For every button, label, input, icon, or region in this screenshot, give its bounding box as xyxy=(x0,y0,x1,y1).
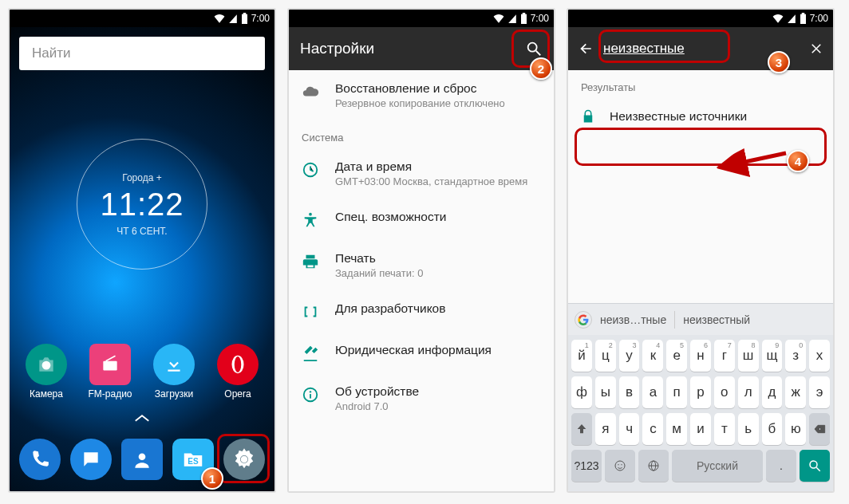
settings-row-accessibility[interactable]: Спец. возможности xyxy=(289,199,554,240)
key-м[interactable]: м xyxy=(666,413,687,445)
result-unknown-sources[interactable]: Неизвестные источники xyxy=(568,100,833,133)
developer-icon xyxy=(302,303,319,321)
suggestion-2[interactable]: неизвестный xyxy=(683,313,750,326)
google-icon[interactable] xyxy=(575,311,592,329)
screen-settings: 7:00 Настройки Восстановление и сбросРез… xyxy=(287,8,555,493)
key-к[interactable]: к4 xyxy=(642,340,663,372)
key-language[interactable] xyxy=(638,450,669,482)
dock: ES xyxy=(10,439,274,480)
settings-row-developer[interactable]: Для разработчиков xyxy=(289,290,554,332)
key-щ[interactable]: щ9 xyxy=(762,340,783,372)
status-bar: 7:00 xyxy=(289,10,554,27)
settings-row-datetime[interactable]: Дата и времяGMT+03:00 Москва, стандартно… xyxy=(289,148,554,199)
row-title: Дата и время xyxy=(335,159,541,174)
dock-messages[interactable] xyxy=(70,439,112,480)
key-й[interactable]: й1 xyxy=(571,340,592,372)
row-title: Восстановление и сброс xyxy=(335,81,541,96)
key-.[interactable]: . xyxy=(766,450,796,482)
key-ь[interactable]: ь xyxy=(738,413,759,445)
app-opera[interactable]: Opera xyxy=(208,344,267,400)
key-ч[interactable]: ч xyxy=(619,413,640,445)
svg-point-11 xyxy=(309,213,312,216)
app-label: Загрузки xyxy=(155,388,193,400)
settings-row-legal[interactable]: Юридическая информация xyxy=(289,332,554,373)
key-е[interactable]: е5 xyxy=(666,340,687,372)
row-title: Спец. возможности xyxy=(335,210,541,224)
app-drawer-handle[interactable] xyxy=(133,413,151,423)
settings-row-about[interactable]: Об устройствеAndroid 7.0 xyxy=(289,373,554,423)
back-icon[interactable] xyxy=(578,41,594,57)
app-fmradio[interactable]: FM-радио xyxy=(81,344,140,400)
key-у[interactable]: у3 xyxy=(619,340,640,372)
step-badge-3: 3 xyxy=(768,51,790,73)
results-header: Результаты xyxy=(568,70,833,100)
svg-line-2 xyxy=(106,356,116,361)
key-г[interactable]: г7 xyxy=(714,340,735,372)
key-б[interactable]: б xyxy=(762,413,783,445)
key-space[interactable]: Русский xyxy=(672,450,763,482)
key-л[interactable]: л xyxy=(738,376,759,408)
row-subtitle: GMT+03:00 Москва, стандартное время xyxy=(335,175,541,187)
wifi-icon xyxy=(493,14,504,23)
keyboard: й1ц2у3к4е5н6г7ш8щ9з0х фывапролджэ ячсмит… xyxy=(568,335,833,491)
search-appbar xyxy=(568,27,833,70)
key-а[interactable]: а xyxy=(642,376,663,408)
settings-row-print[interactable]: ПечатьЗаданий печати: 0 xyxy=(289,240,554,290)
app-downloads[interactable]: Загрузки xyxy=(144,344,203,400)
key-д[interactable]: д xyxy=(762,376,783,408)
key-ж[interactable]: ж xyxy=(785,376,806,408)
key-о[interactable]: о xyxy=(714,376,735,408)
section-header-system: Система xyxy=(289,120,554,148)
app-camera[interactable]: Камера xyxy=(17,344,76,400)
cloud-icon xyxy=(302,83,319,100)
svg-point-13 xyxy=(310,391,311,392)
settings-appbar: Настройки xyxy=(289,27,554,70)
key-ц[interactable]: ц2 xyxy=(595,340,616,372)
key-и[interactable]: и xyxy=(690,413,711,445)
step-badge-2: 2 xyxy=(530,57,552,80)
key-з[interactable]: з0 xyxy=(785,340,806,372)
dock-phone[interactable] xyxy=(19,439,61,480)
settings-row-backup[interactable]: Восстановление и сбросРезервное копирова… xyxy=(289,70,554,120)
app-label: Камера xyxy=(30,388,63,400)
svg-text:ES: ES xyxy=(188,457,199,466)
clock-widget[interactable]: Города + 11:22 чт 6 сент. xyxy=(77,139,207,270)
svg-point-21 xyxy=(810,461,817,468)
dock-contacts[interactable] xyxy=(121,439,163,480)
key-н[interactable]: н6 xyxy=(690,340,711,372)
search-icon[interactable] xyxy=(525,40,543,57)
svg-rect-1 xyxy=(103,361,116,371)
key-backspace[interactable] xyxy=(809,413,830,445)
key-с[interactable]: с xyxy=(642,413,663,445)
screen-home: 7:00 Найти Города + 11:22 чт 6 сент. Кам… xyxy=(8,8,276,493)
key-search[interactable] xyxy=(800,450,830,482)
svg-point-8 xyxy=(528,43,537,52)
key-т[interactable]: т xyxy=(714,413,735,445)
key-ы[interactable]: ы xyxy=(595,376,616,408)
home-apps-row: Камера FM-радио Загрузки Opera xyxy=(10,344,274,400)
suggestion-1[interactable]: неизв…тные xyxy=(600,313,666,326)
key-ю[interactable]: ю xyxy=(785,413,806,445)
key-э[interactable]: э xyxy=(809,376,830,408)
row-title: Об устройстве xyxy=(335,384,541,399)
battery-icon xyxy=(241,13,248,24)
clear-icon[interactable] xyxy=(809,41,823,56)
key-х[interactable]: х xyxy=(809,340,830,372)
result-title: Неизвестные источники xyxy=(610,109,747,124)
search-input[interactable]: Найти xyxy=(19,37,265,70)
home-body: Найти Города + 11:22 чт 6 сент. Камера F… xyxy=(10,27,274,491)
row-title: Юридическая информация xyxy=(335,343,541,357)
key-?123[interactable]: ?123 xyxy=(571,450,602,482)
accessibility-icon xyxy=(302,211,319,229)
key-shift[interactable] xyxy=(571,413,592,445)
dock-settings[interactable] xyxy=(223,439,265,480)
key-emoji[interactable] xyxy=(605,450,635,482)
settings-list[interactable]: Восстановление и сбросРезервное копирова… xyxy=(289,70,554,491)
key-я[interactable]: я xyxy=(595,413,616,445)
key-ф[interactable]: ф xyxy=(571,376,592,408)
wifi-icon xyxy=(214,14,225,23)
key-ш[interactable]: ш8 xyxy=(738,340,759,372)
key-р[interactable]: р xyxy=(690,376,711,408)
key-п[interactable]: п xyxy=(666,376,687,408)
key-в[interactable]: в xyxy=(619,376,640,408)
